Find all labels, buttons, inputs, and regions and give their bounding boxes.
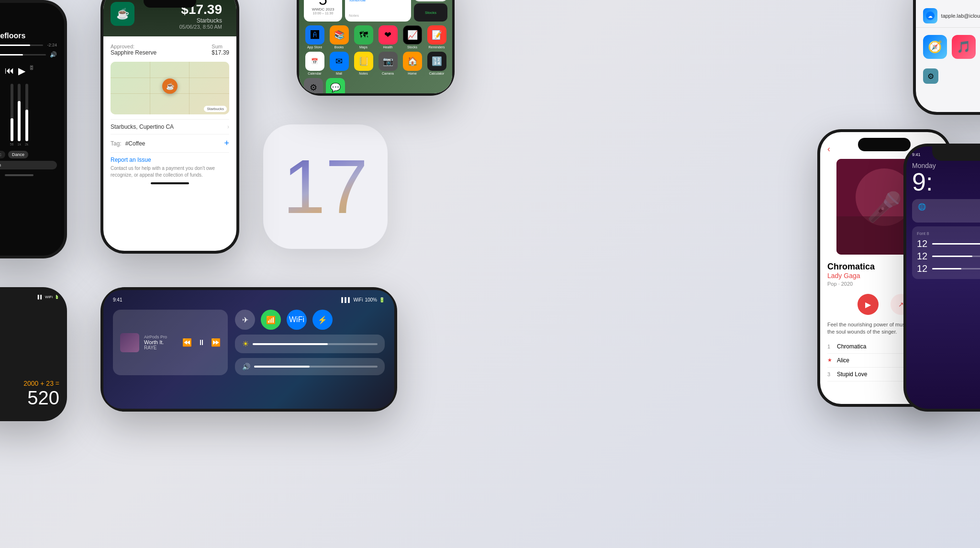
app-icon-calculator[interactable]: 🔢 [427, 52, 446, 71]
app-icon-home[interactable]: 🏠 [403, 52, 422, 71]
wallet-map-inner: ☕ Starbucks [111, 62, 229, 114]
eq-volume-slider[interactable] [0, 54, 46, 56]
eq-slider-1[interactable] [0, 45, 43, 46]
eq-band-2-slider[interactable] [18, 84, 21, 141]
app-icon-health[interactable]: ❤ [379, 25, 398, 45]
clock-temperature-widget: 🌐 72° 74 83 [912, 199, 980, 223]
wallet-add-tag-button[interactable]: + [224, 138, 229, 148]
app-icon-stocks[interactable]: 📈 [403, 25, 422, 45]
app-col-reminders: 📝 Reminders [426, 25, 447, 49]
clock-font-item-1[interactable]: 12 [917, 238, 980, 249]
wallet-body: Approved: Sapphire Reserve Sum $17.39 ☕ … [103, 36, 236, 191]
eq-band-2-label: 1k [17, 143, 21, 146]
icloud-gear-row: ⚙ [916, 66, 980, 86]
control-main: AirPods Pro Worth It. RAYE ⏪ ⏸ ⏩ ✈ 📶 [113, 310, 385, 375]
control-pause-button[interactable]: ⏸ [198, 338, 205, 347]
wallet-approved-row: Approved: Sapphire Reserve Sum $17.39 [111, 44, 229, 56]
signal-icon: ▌▌▌ [341, 297, 351, 302]
ios17-number: 17 [283, 148, 368, 225]
app-col-stocks: 📈 Stocks [401, 25, 423, 49]
wallet-tag-value: #Coffee [125, 140, 224, 147]
control-volume-slider[interactable]: 🔊 [235, 358, 385, 375]
app-col-camera: 📷 Camera [377, 52, 399, 75]
app-icon-calendar[interactable]: 📅 [305, 52, 324, 71]
clock-font-item-2[interactable]: 12 [917, 251, 980, 262]
eq-prev-btn[interactable]: ⏮ [5, 65, 14, 77]
brightness-bar[interactable] [253, 343, 378, 345]
control-rewind-button[interactable]: ⏪ [182, 338, 192, 347]
eq-custom-button[interactable]: Custom [0, 161, 57, 169]
control-wifi-button[interactable]: WiFi [287, 310, 307, 330]
app-col-mail: ✉ Mail [328, 52, 350, 75]
widget-notes[interactable]: Steve's Surprise Birthday Party Checklis… [345, 0, 411, 22]
control-forward-button[interactable]: ⏩ [211, 338, 221, 347]
calc-equation: 2000 + 23 = [0, 380, 59, 387]
eq-knob-icon: 🎛 [29, 65, 34, 77]
track-3-number: 3 [827, 371, 837, 377]
app-label-appstore: App Store [307, 45, 322, 49]
widget-health[interactable]: ❤️ Health [414, 0, 447, 1]
control-cellular-button[interactable]: 📶 [261, 310, 281, 330]
wallet-sum-label: Sum [212, 44, 229, 49]
app-icon-maps[interactable]: 🗺 [354, 25, 373, 45]
app-icon-books[interactable]: 📚 [330, 25, 349, 45]
eq-dynamic-island [0, 9, 45, 22]
app-icon-settings[interactable]: ⚙ [304, 78, 323, 93]
settings-icon-small[interactable]: ⚙ [923, 68, 938, 84]
music-back-button[interactable]: ‹ [827, 144, 830, 154]
clock-font-bar-1[interactable] [932, 243, 980, 245]
control-airplane-button[interactable]: ✈ [235, 310, 255, 330]
clock-font-num-3: 12 [917, 263, 927, 274]
widget-calendar-day: 5 [319, 0, 327, 7]
control-now-playing: AirPods Pro Worth It. RAYE ⏪ ⏸ ⏩ [113, 310, 228, 375]
wallet-map: ☕ Starbucks [111, 62, 229, 114]
eq-band-3-slider[interactable] [25, 84, 28, 141]
phone-icloud-inner: Attachments ☁ tapple.lab@icloud.c Update… [916, 0, 980, 112]
app-icon-camera[interactable]: 📷 [379, 52, 398, 71]
app-label-reminders: Reminders [429, 45, 445, 49]
track-2-star: ★ [827, 357, 837, 363]
widget-notes-app: Notes [349, 13, 407, 18]
safari-icon[interactable]: 🧭 [923, 35, 947, 59]
eq-genre-dance[interactable]: Dance [8, 151, 28, 158]
music-app-icon[interactable]: 🎵 [952, 35, 976, 59]
clock-font-bar-3[interactable] [932, 268, 980, 269]
app-icon-appstore[interactable]: 🅰 [305, 25, 324, 45]
music-play-button[interactable]: ▶ [858, 294, 879, 315]
home-apps-grid: 🅰 App Store 📚 Books 🗺 Maps ❤ Health 📈 [304, 25, 447, 75]
widget-calendar-time: 10:00 – 11:30 [313, 11, 334, 15]
clock-font-bar-fill-3 [932, 268, 961, 269]
app-icon-mail[interactable]: ✉ [330, 52, 349, 71]
eq-band-1-slider[interactable] [11, 84, 13, 141]
app-label-books: Books [334, 45, 344, 49]
clock-font-bar-2[interactable] [932, 256, 980, 257]
phone-clock-inner: 9:41 ▌▌ 🔋 Monday 9: 🌐 72° 74 83 [906, 146, 980, 409]
calculator-background: 9:41 ▌▌ WiFi 🔋 2000 + 23 = 520 [0, 290, 64, 418]
clock-font-item-3[interactable]: 12 [917, 263, 980, 274]
eq-play-btn[interactable]: ▶ [18, 65, 25, 77]
calc-status-bar: 9:41 ▌▌ WiFi 🔋 [0, 295, 59, 299]
phone-control-inner: 9:41 ▌▌▌ WiFi 100% 🔋 AirPods Pro Worth I… [103, 290, 394, 409]
clock-font-label: Font 8 [917, 231, 980, 236]
control-song-app: AirPods Pro [144, 335, 178, 339]
eq-band-1-label: 56 [10, 143, 14, 146]
wallet-location-row[interactable]: Starbucks, Cupertino CA › [111, 119, 229, 134]
control-bluetooth-button[interactable]: ⚡ [312, 310, 333, 330]
phone-control: 9:41 ▌▌▌ WiFi 100% 🔋 AirPods Pro Worth I… [100, 287, 397, 412]
app-icon-notes[interactable]: 📒 [354, 52, 373, 71]
eq-background: Dancefloors -2:24 🔊 ⏮ [0, 3, 64, 256]
brightness-fill [253, 343, 328, 345]
control-brightness-slider[interactable]: ☀ [235, 335, 385, 353]
wallet-report-link[interactable]: Report an Issue [111, 152, 229, 165]
app-col-calculator: 🔢 Calculator [426, 52, 447, 75]
eq-time: -2:24 [47, 43, 57, 47]
app-icon-messages[interactable]: 💬 [326, 78, 345, 93]
widget-stocks[interactable]: Stocks [414, 3, 447, 22]
app-col-messages: 💬 Messages [326, 78, 345, 93]
volume-bar[interactable] [254, 366, 378, 368]
eq-genre-acoustic[interactable]: Acoustic [0, 151, 5, 158]
widget-calendar[interactable]: TODAY 5 WWDC 2023 10:00 – 11:30 [304, 0, 342, 22]
app-icon-reminders[interactable]: 📝 [427, 25, 446, 45]
app-label-health: Health [383, 45, 392, 49]
eq-volume-icon: 🔊 [50, 51, 57, 58]
